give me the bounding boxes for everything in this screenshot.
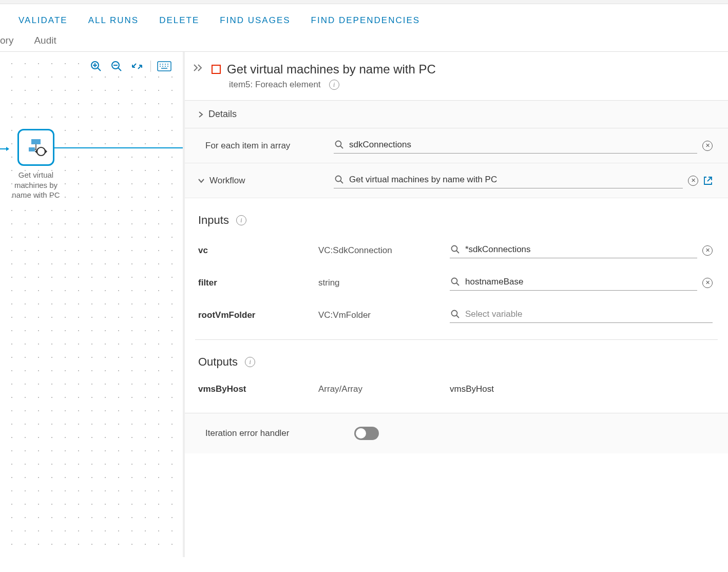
search-icon bbox=[451, 245, 460, 254]
svg-marker-18 bbox=[6, 147, 9, 151]
search-icon bbox=[335, 175, 344, 184]
svg-point-28 bbox=[452, 246, 457, 252]
clear-icon[interactable]: ✕ bbox=[688, 176, 698, 186]
input-name: vc bbox=[185, 245, 318, 256]
svg-line-1 bbox=[98, 68, 101, 71]
input-name: filter bbox=[185, 278, 318, 288]
foreach-node-icon bbox=[17, 129, 54, 166]
output-row-vmsbyhost: vmsByHost Array/Array vmsByHost bbox=[185, 376, 728, 403]
keyboard-icon[interactable] bbox=[157, 59, 171, 73]
tab-audit[interactable]: Audit bbox=[34, 35, 56, 46]
output-name: vmsByHost bbox=[185, 384, 318, 394]
panel-subtitle: item5: Foreach element bbox=[229, 80, 321, 90]
input-vc-field[interactable] bbox=[450, 242, 697, 258]
iteration-error-handler-row: Iteration error handler bbox=[185, 413, 728, 453]
zoom-in-icon[interactable] bbox=[89, 59, 103, 73]
inputs-section-title: Inputs i bbox=[185, 198, 728, 234]
input-type: VC:SdkConnection bbox=[318, 245, 450, 256]
foreach-field-label: For each item in array bbox=[185, 141, 334, 151]
canvas-line-out bbox=[53, 147, 183, 148]
chevron-down-icon bbox=[198, 178, 204, 183]
canvas-arrow-in bbox=[0, 146, 9, 147]
clear-icon[interactable]: ✕ bbox=[702, 141, 713, 151]
iteration-error-toggle[interactable] bbox=[354, 427, 379, 440]
input-name: rootVmFolder bbox=[185, 310, 318, 320]
output-type: Array/Array bbox=[318, 384, 450, 394]
svg-line-33 bbox=[456, 315, 459, 318]
svg-rect-20 bbox=[29, 147, 35, 151]
collapse-panel-icon[interactable] bbox=[193, 62, 202, 71]
svg-point-30 bbox=[452, 278, 457, 284]
info-icon[interactable]: i bbox=[245, 357, 255, 367]
svg-line-27 bbox=[707, 177, 712, 181]
panel-title: Get virtual machines by name with PC bbox=[227, 62, 436, 77]
details-section-header[interactable]: Details bbox=[185, 101, 728, 128]
svg-rect-19 bbox=[31, 139, 41, 144]
fit-screen-icon[interactable] bbox=[130, 59, 144, 73]
output-value: vmsByHost bbox=[450, 384, 728, 394]
node-label: Get virtual machines by name with PC bbox=[10, 170, 62, 200]
canvas-node[interactable]: Get virtual machines by name with PC bbox=[10, 129, 62, 200]
info-icon[interactable]: i bbox=[236, 215, 246, 225]
action-bar: VALIDATE ALL RUNS DELETE FIND USAGES FIN… bbox=[0, 4, 728, 35]
open-external-icon[interactable] bbox=[703, 176, 713, 185]
svg-point-25 bbox=[336, 176, 341, 182]
chevron-right-icon bbox=[198, 111, 203, 118]
element-type-icon bbox=[212, 65, 221, 74]
info-icon[interactable]: i bbox=[329, 80, 339, 90]
workflow-input[interactable] bbox=[334, 173, 683, 188]
input-filter-field[interactable] bbox=[450, 275, 697, 291]
foreach-array-input[interactable] bbox=[334, 138, 697, 154]
svg-point-32 bbox=[452, 311, 457, 316]
input-type: string bbox=[318, 278, 450, 288]
search-icon bbox=[335, 140, 344, 149]
svg-line-31 bbox=[456, 283, 459, 285]
find-usages-action[interactable]: FIND USAGES bbox=[220, 15, 290, 26]
svg-line-24 bbox=[340, 146, 343, 148]
workflow-field-label[interactable]: Workflow bbox=[185, 176, 334, 186]
input-row-vc: vc VC:SdkConnection ✕ bbox=[185, 234, 728, 266]
svg-marker-21 bbox=[35, 149, 37, 154]
properties-pane: Get virtual machines by name with PC ite… bbox=[185, 52, 728, 557]
search-icon bbox=[451, 310, 460, 319]
search-icon bbox=[451, 277, 460, 287]
svg-rect-7 bbox=[158, 62, 171, 71]
input-type: VC:VmFolder bbox=[318, 310, 450, 320]
input-row-rootvmfolder: rootVmFolder VC:VmFolder bbox=[185, 299, 728, 331]
all-runs-action[interactable]: ALL RUNS bbox=[88, 15, 139, 26]
toggle-label: Iteration error handler bbox=[205, 428, 354, 438]
svg-line-5 bbox=[118, 68, 121, 71]
find-deps-action[interactable]: FIND DEPENDENCIES bbox=[311, 15, 420, 26]
delete-action[interactable]: DELETE bbox=[159, 15, 199, 26]
svg-marker-22 bbox=[45, 149, 47, 154]
zoom-out-icon[interactable] bbox=[109, 59, 124, 73]
canvas-toolbar bbox=[87, 57, 174, 75]
canvas-pane[interactable]: Get virtual machines by name with PC bbox=[0, 52, 185, 557]
clear-icon[interactable]: ✕ bbox=[702, 278, 713, 288]
tab-history[interactable]: ory bbox=[0, 35, 13, 46]
svg-line-29 bbox=[456, 251, 459, 253]
input-row-filter: filter string ✕ bbox=[185, 266, 728, 299]
validate-action[interactable]: VALIDATE bbox=[18, 15, 68, 26]
svg-point-23 bbox=[336, 141, 341, 147]
tab-bar: ory Audit bbox=[0, 35, 728, 51]
outputs-section-title: Outputs i bbox=[185, 340, 728, 376]
clear-icon[interactable]: ✕ bbox=[702, 245, 713, 256]
input-rootvmfolder-field[interactable] bbox=[450, 307, 713, 323]
svg-line-26 bbox=[340, 181, 343, 183]
